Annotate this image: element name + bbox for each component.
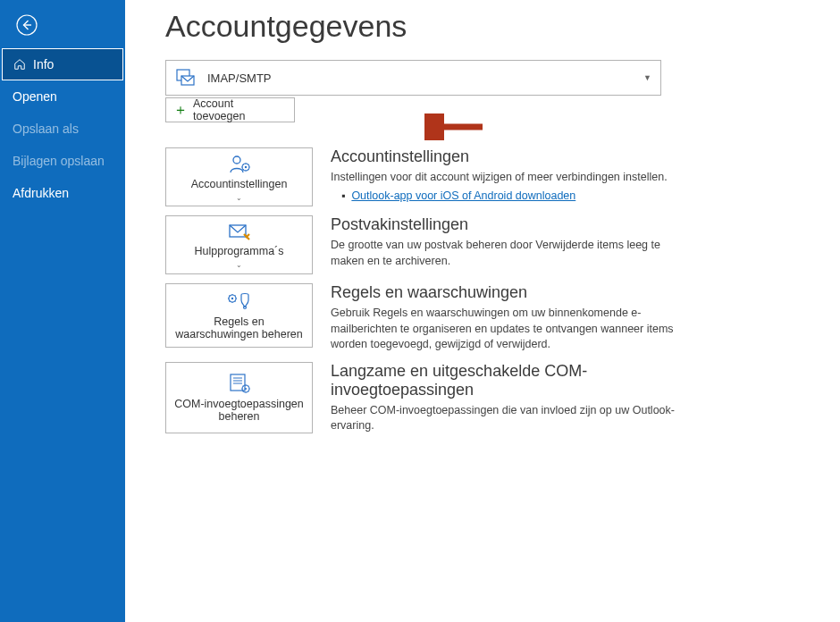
com-addins-icon [228,373,251,394]
nav-save-as-label: Opslaan als [13,122,79,136]
mailbox-tools-card-label: Hulpprogramma´s [194,245,283,257]
back-arrow-icon [16,14,38,36]
svg-point-9 [231,298,232,299]
svg-point-4 [233,156,240,164]
add-account-label: Account toevoegen [193,97,287,122]
sidebar: Info Openen Opslaan als Bijlagen opslaan… [0,0,125,622]
chevron-down-icon: ▼ [643,73,651,82]
section-body: Postvakinstellingen De grootte van uw po… [331,215,675,274]
chevron-down-icon: ⌄ [236,261,242,269]
mailbox-settings-desc: De grootte van uw postvak beheren door V… [331,238,675,269]
section-body: Accountinstellingen Instellingen voor di… [331,147,675,206]
outlook-app-link[interactable]: Outlook-app voor iOS of Android download… [351,189,575,202]
account-settings-title: Accountinstellingen [331,147,675,166]
account-settings-card-label: Accountinstellingen [191,178,288,190]
plus-icon: ＋ [173,103,188,117]
section-mailbox-settings: Hulpprogramma´s ⌄ Postvakinstellingen De… [165,215,675,274]
nav-save-as: Opslaan als [0,113,125,145]
svg-point-16 [244,387,246,389]
nav-open[interactable]: Openen [0,80,125,113]
com-addins-title: Langzame en uitgeschakelde COM-invoegtoe… [331,362,675,399]
com-addins-card-label: COM-invoegtoepassingen beheren [172,398,307,423]
section-account-settings: Accountinstellingen ⌄ Accountinstellinge… [165,147,675,206]
account-dropdown[interactable]: IMAP/SMTP ▼ [165,60,661,96]
nav-save-attachments-label: Bijlagen opslaan [13,154,105,168]
annotation-arrow-icon [424,113,487,140]
mailbox-settings-title: Postvakinstellingen [331,215,675,234]
add-account-button[interactable]: ＋ Account toevoegen [165,97,295,122]
rules-desc: Gebruik Regels en waarschuwingen om uw b… [331,306,675,353]
mailbox-tools-icon [228,222,251,241]
bullet-icon: ▪ [341,189,345,202]
nav-save-attachments: Bijlagen opslaan [0,145,125,177]
rules-card[interactable]: Regels en waarschuwingen beheren [165,283,313,348]
mailbox-tools-card[interactable]: Hulpprogramma´s ⌄ [165,215,313,274]
section-body: Langzame en uitgeschakelde COM-invoegtoe… [331,362,675,434]
account-settings-desc: Instellingen voor dit account wijzigen o… [331,170,675,186]
section-com-addins: COM-invoegtoepassingen beheren Langzame … [165,362,675,434]
back-button[interactable] [9,7,45,43]
chevron-down-icon: ⌄ [236,194,242,202]
nav-open-label: Openen [13,89,57,104]
svg-point-6 [244,165,246,167]
email-account-icon [175,67,197,88]
rules-card-label: Regels en waarschuwingen beheren [172,315,307,340]
rules-title: Regels en waarschuwingen [331,283,675,302]
nav-print[interactable]: Afdrukken [0,177,125,209]
com-addins-card[interactable]: COM-invoegtoepassingen beheren [165,362,313,433]
com-addins-desc: Beheer COM-invoegtoepassingen die van in… [331,403,675,434]
section-rules: Regels en waarschuwingen beheren Regels … [165,283,675,353]
section-body: Regels en waarschuwingen Gebruik Regels … [331,283,675,353]
page-title: Accountgegevens [165,9,840,44]
account-settings-icon [228,153,251,174]
nav-print-label: Afdrukken [13,186,69,200]
content-panel: Accountgegevens IMAP/SMTP ▼ ＋ Account to… [125,0,840,622]
rules-icon [227,290,252,312]
account-protocol-label: IMAP/SMTP [207,71,272,85]
home-icon [13,58,26,71]
account-settings-card[interactable]: Accountinstellingen ⌄ [165,147,313,206]
nav-info[interactable]: Info [2,48,123,80]
nav-info-label: Info [33,57,54,71]
